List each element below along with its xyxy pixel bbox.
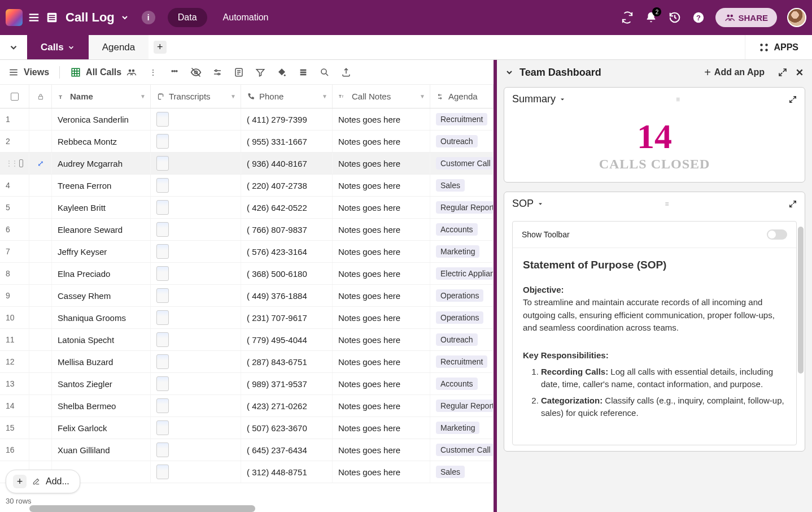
adjust-icon[interactable] xyxy=(212,67,223,78)
group-icon[interactable] xyxy=(169,67,180,78)
cell-notes[interactable]: Notes goes here xyxy=(333,461,430,483)
table-row[interactable]: 2Rebbeca Montz( 955) 331-1667Notes goes … xyxy=(0,131,494,153)
data-tab-button[interactable]: Data xyxy=(168,8,207,27)
tab-calls[interactable]: Calls xyxy=(27,35,89,59)
apps-button[interactable]: APPS xyxy=(745,35,812,59)
cell-phone[interactable]: ( 287) 843-6751 xyxy=(241,351,333,372)
table-row[interactable]: 8Elna Preciado( 368) 500-6180Notes goes … xyxy=(0,263,494,285)
doc-icon[interactable] xyxy=(156,266,169,281)
sync-icon[interactable] xyxy=(621,11,634,24)
add-row-button[interactable]: + Add... xyxy=(6,470,80,493)
column-notes[interactable]: TT Call Notes▼ xyxy=(333,85,430,108)
view-name-label[interactable]: All Calls xyxy=(86,67,121,77)
card-expand-icon[interactable] xyxy=(789,200,797,208)
row-index[interactable]: 13 xyxy=(0,373,29,394)
doc-icon[interactable] xyxy=(156,398,169,413)
cell-transcripts[interactable] xyxy=(151,241,241,262)
chevron-down-icon[interactable] xyxy=(118,11,132,24)
cell-notes[interactable]: Notes goes here xyxy=(333,307,430,328)
cell-transcripts[interactable] xyxy=(151,439,241,461)
cell-phone[interactable]: ( 312) 448-8751 xyxy=(241,461,333,483)
cell-transcripts[interactable] xyxy=(151,307,241,328)
cell-phone[interactable]: ( 779) 495-4044 xyxy=(241,329,333,350)
hamburger-icon[interactable] xyxy=(27,11,41,24)
cell-name[interactable]: Rebbeca Montz xyxy=(52,131,151,152)
table-row[interactable]: 13Santos Ziegler( 989) 371-9537Notes goe… xyxy=(0,373,494,395)
table-row[interactable]: ⋮⋮ ⤢Audrey Mcgarrah( 936) 440-8167Notes … xyxy=(0,153,494,175)
search-icon[interactable] xyxy=(319,67,330,78)
add-app-button[interactable]: + Add an App xyxy=(704,66,765,79)
drag-handle-icon[interactable]: ≡ xyxy=(676,96,679,103)
column-phone[interactable]: Phone▼ xyxy=(241,85,333,108)
cell-agenda[interactable]: Customer Call xyxy=(430,439,494,461)
row-index[interactable]: 7 xyxy=(0,241,29,262)
table-row[interactable]: 12Mellisa Buzard( 287) 843-6751Notes goe… xyxy=(0,351,494,373)
row-lock[interactable] xyxy=(29,263,52,284)
bell-icon[interactable]: 2 xyxy=(644,11,658,24)
cell-phone[interactable]: ( 426) 642-0522 xyxy=(241,197,333,218)
doc-icon[interactable] xyxy=(156,354,169,369)
row-index[interactable]: 1 xyxy=(0,109,29,130)
hide-icon[interactable] xyxy=(190,67,202,78)
cell-phone[interactable]: ( 645) 237-6434 xyxy=(241,439,333,461)
cell-notes[interactable]: Notes goes here xyxy=(333,263,430,284)
cell-agenda[interactable]: Regular Report xyxy=(430,395,494,416)
doc-icon[interactable] xyxy=(156,376,169,391)
row-lock[interactable] xyxy=(29,395,52,416)
cell-name[interactable]: Latonia Specht xyxy=(52,329,151,350)
cell-agenda[interactable]: Recruitment xyxy=(430,109,494,130)
kebab-icon[interactable]: ⋮ xyxy=(147,67,159,78)
cell-transcripts[interactable] xyxy=(151,131,241,152)
table-row[interactable]: 16Xuan Gilliland( 645) 237-6434Notes goe… xyxy=(0,439,494,461)
cell-agenda[interactable]: Marketing xyxy=(430,417,494,439)
cell-phone[interactable]: ( 989) 371-9537 xyxy=(241,373,333,394)
cell-phone[interactable]: ( 449) 376-1884 xyxy=(241,285,333,306)
cell-notes[interactable]: Notes goes here xyxy=(333,329,430,350)
filter-icon[interactable] xyxy=(255,67,266,78)
history-icon[interactable] xyxy=(668,11,682,24)
row-lock[interactable] xyxy=(29,175,52,196)
cell-notes[interactable]: Notes goes here xyxy=(333,175,430,196)
cell-notes[interactable]: Notes goes here xyxy=(333,373,430,394)
row-index[interactable]: 8 xyxy=(0,263,29,284)
row-index[interactable]: 12 xyxy=(0,351,29,372)
cell-name[interactable]: Treena Ferron xyxy=(52,175,151,196)
row-index[interactable]: 9 xyxy=(0,285,29,306)
sop-card-title[interactable]: SOP xyxy=(512,198,534,210)
cell-name[interactable]: Shelba Bermeo xyxy=(52,395,151,416)
row-lock[interactable] xyxy=(29,329,52,350)
row-lock[interactable] xyxy=(29,241,52,262)
cell-phone[interactable]: ( 576) 423-3164 xyxy=(241,241,333,262)
cell-phone[interactable]: ( 220) 407-2738 xyxy=(241,175,333,196)
cell-phone[interactable]: ( 423) 271-0262 xyxy=(241,395,333,416)
card-expand-icon[interactable] xyxy=(789,96,797,103)
table-row[interactable]: 1Veronica Sanderlin( 411) 279-7399Notes … xyxy=(0,109,494,131)
summary-card-title[interactable]: Summary xyxy=(512,93,556,105)
row-lock[interactable] xyxy=(29,373,52,394)
cell-agenda[interactable]: Operations xyxy=(430,285,494,306)
cell-notes[interactable]: Notes goes here xyxy=(333,395,430,416)
cell-name[interactable]: Xuan Gilliland xyxy=(52,439,151,461)
cell-transcripts[interactable] xyxy=(151,351,241,372)
collapse-tabs-icon[interactable] xyxy=(0,35,27,59)
cell-agenda[interactable]: Electric Appliance xyxy=(430,263,494,284)
cell-phone[interactable]: ( 231) 707-9617 xyxy=(241,307,333,328)
doc-icon[interactable] xyxy=(156,200,169,215)
cell-name[interactable]: Cassey Rhem xyxy=(52,285,151,306)
cell-notes[interactable]: Notes goes here xyxy=(333,219,430,240)
views-label[interactable]: Views xyxy=(24,67,49,77)
doc-icon[interactable] xyxy=(156,310,169,325)
workspace-title[interactable]: Call Log xyxy=(66,10,115,25)
table-row[interactable]: 6Eleanore Seward( 766) 807-9837Notes goe… xyxy=(0,219,494,241)
automation-tab-button[interactable]: Automation xyxy=(223,12,269,23)
column-name[interactable]: T Name▼ xyxy=(52,85,151,108)
doc-icon[interactable] xyxy=(156,465,169,479)
doc-icon[interactable] xyxy=(156,156,169,171)
form-icon[interactable] xyxy=(233,67,245,78)
cell-transcripts[interactable] xyxy=(151,109,241,130)
export-icon[interactable] xyxy=(340,67,352,78)
cell-notes[interactable]: Notes goes here xyxy=(333,241,430,262)
row-index[interactable]: 6 xyxy=(0,219,29,240)
user-avatar[interactable] xyxy=(787,8,806,27)
row-index[interactable]: 10 xyxy=(0,307,29,328)
